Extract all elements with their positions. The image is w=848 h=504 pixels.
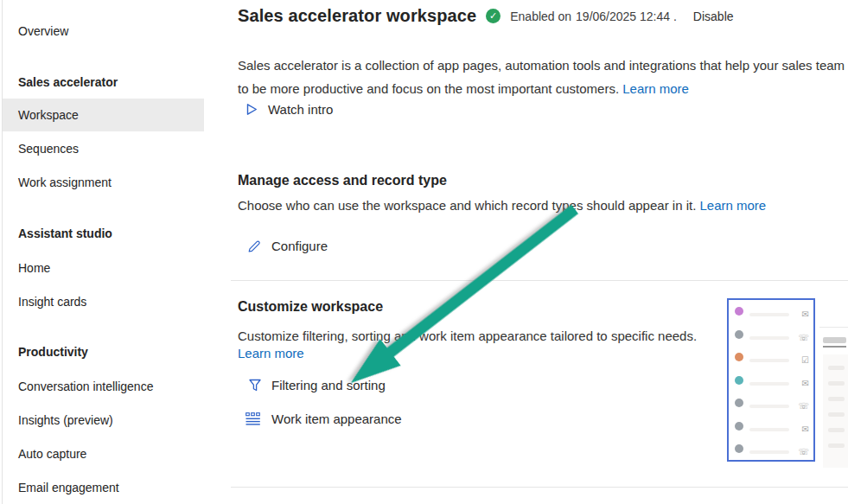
avatar-dot xyxy=(735,444,743,453)
manage-access-description-text: Choose who can use the workspace and whi… xyxy=(238,198,696,213)
avatar-dot xyxy=(735,330,743,339)
avatar-dot xyxy=(735,399,743,407)
sales-accelerator-settings-page: Overview Sales accelerator Workspace Seq… xyxy=(0,0,848,504)
checkbox-icon: ☑ xyxy=(801,356,809,365)
play-icon xyxy=(246,103,258,116)
filtering-and-sorting-label: Filtering and sorting xyxy=(271,378,386,392)
manage-access-heading: Manage access and record type xyxy=(238,173,447,188)
preview-detail-panel xyxy=(823,354,848,468)
customize-description: Customize filtering, sorting and work it… xyxy=(238,328,717,362)
filtering-and-sorting-button[interactable]: Filtering and sorting xyxy=(249,378,386,392)
workspace-description-text: Sales accelerator is a collection of app… xyxy=(238,58,845,96)
phone-icon: ☏ xyxy=(798,334,809,342)
disable-button[interactable]: Disable xyxy=(693,10,734,23)
preview-divider xyxy=(819,327,848,328)
list-item: ☏ xyxy=(729,327,813,350)
preview-tab xyxy=(823,337,846,343)
list-item: ✉ xyxy=(729,373,813,396)
list-item: ✉ xyxy=(729,418,813,442)
workspace-settings-content: Sales accelerator workspace ✓ Enabled on… xyxy=(0,0,848,504)
envelope-icon: ✉ xyxy=(802,310,809,319)
customize-workspace-heading: Customize workspace xyxy=(238,299,383,315)
list-item: ☏ xyxy=(729,395,813,418)
work-item-appearance-label: Work item appearance xyxy=(271,411,402,426)
workspace-description: Sales accelerator is a collection of app… xyxy=(238,54,848,100)
enabled-datetime: 19/06/2025 12:44 . xyxy=(576,10,677,23)
avatar-dot xyxy=(735,376,743,385)
watch-intro-button[interactable]: Watch intro xyxy=(246,102,333,117)
page-title: Sales accelerator workspace xyxy=(238,6,476,26)
title-row: Sales accelerator workspace ✓ Enabled on… xyxy=(238,6,734,26)
workspace-preview-thumbnail: ✉ ☏ ☑ xyxy=(717,288,848,471)
phone-icon: ☏ xyxy=(798,402,809,411)
work-item-appearance-button[interactable]: Work item appearance xyxy=(245,411,402,426)
envelope-icon: ✉ xyxy=(802,380,809,388)
enabled-checkmark-icon: ✓ xyxy=(486,9,501,23)
envelope-icon: ✉ xyxy=(802,425,809,434)
manage-access-learn-more-link[interactable]: Learn more xyxy=(699,198,766,213)
avatar-dot xyxy=(735,353,743,361)
configure-label: Configure xyxy=(271,239,328,253)
preview-work-list-highlight: ✉ ☏ ☑ xyxy=(727,298,815,462)
section-divider xyxy=(231,280,848,281)
section-divider xyxy=(231,487,848,488)
customize-description-text: Customize filtering, sorting and work it… xyxy=(238,329,697,343)
avatar-dot xyxy=(735,422,743,431)
manage-access-description: Choose who can use the workspace and whi… xyxy=(238,197,848,214)
filter-funnel-icon xyxy=(249,379,261,392)
pencil-icon xyxy=(247,239,261,253)
list-item: ☏ xyxy=(729,441,813,464)
list-item: ☑ xyxy=(729,349,813,373)
enabled-status-label: Enabled on xyxy=(510,10,571,23)
work-item-appearance-icon xyxy=(245,412,261,425)
preview-tab-underline xyxy=(823,346,846,348)
list-item: ✉ xyxy=(729,303,813,327)
avatar-dot xyxy=(735,307,743,316)
configure-button[interactable]: Configure xyxy=(247,239,328,253)
customize-learn-more-link[interactable]: Learn more xyxy=(238,346,304,360)
intro-learn-more-link[interactable]: Learn more xyxy=(622,81,689,96)
phone-icon: ☏ xyxy=(798,448,809,456)
watch-intro-label: Watch intro xyxy=(268,102,333,117)
